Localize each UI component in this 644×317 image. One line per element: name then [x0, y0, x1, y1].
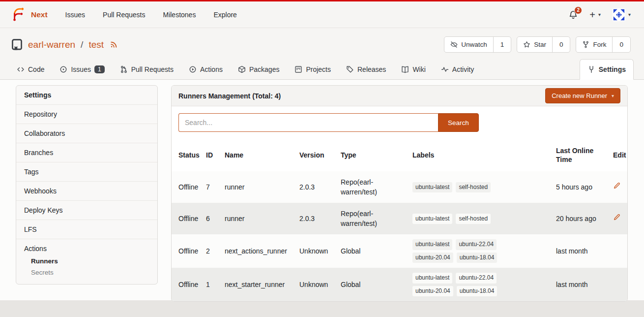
runner-label-badge: ubuntu-latest	[412, 239, 452, 250]
fork-label: Fork	[593, 41, 606, 48]
runner-status: Offline	[172, 203, 202, 234]
chevron-down-icon: ▾	[628, 12, 631, 17]
runner-label-badge: ubuntu-22.04	[456, 273, 497, 283]
nav-item-pull-requests[interactable]: Pull Requests	[103, 11, 145, 19]
sidebar-item-branches[interactable]: Branches	[16, 143, 157, 162]
sidebar-subitem-secrets[interactable]: Secrets	[31, 267, 149, 278]
sidebar-item-actions[interactable]: Actions	[24, 245, 149, 253]
sidebar-item-tags[interactable]: Tags	[16, 162, 157, 181]
repo-owner-link[interactable]: earl-warren	[28, 39, 75, 50]
sidebar-item-webhooks[interactable]: Webhooks	[16, 181, 157, 200]
notifications-button[interactable]: 2	[569, 10, 578, 19]
sidebar-item-deploy-keys[interactable]: Deploy Keys	[16, 200, 157, 220]
table-body: Offline 7 runner 2.0.3 Repo(earl-warren/…	[172, 171, 628, 301]
tab-count-badge: 1	[94, 65, 105, 73]
tab-releases[interactable]: Releases	[345, 59, 387, 79]
table-row: Offline 2 next_actions_runner Unknown Gl…	[172, 234, 628, 268]
runners-panel: Runners Management (Total: 4) Create new…	[171, 85, 628, 302]
tab-label-actions: Actions	[200, 65, 223, 73]
column-header-version: Version	[295, 139, 337, 171]
eye-slash-icon	[450, 41, 458, 48]
navbar-links: IssuesPull RequestsMilestonesExplore	[65, 11, 237, 19]
runner-id: 1	[202, 268, 221, 301]
project-icon	[294, 65, 302, 73]
runner-type: Repo(earl-warren/test)	[337, 203, 409, 234]
tab-label-pull-requests: Pull Requests	[131, 65, 174, 73]
code-icon	[17, 65, 25, 73]
table-row: Offline 7 runner 2.0.3 Repo(earl-warren/…	[172, 171, 628, 203]
edit-runner-button[interactable]	[613, 214, 620, 221]
star-button[interactable]: Star	[517, 37, 552, 52]
tab-wiki[interactable]: Wiki	[400, 59, 426, 79]
book-icon	[401, 65, 409, 73]
runner-label-badge: self-hosted	[456, 182, 491, 192]
tab-packages[interactable]: Packages	[237, 59, 280, 79]
search-input[interactable]	[178, 113, 438, 132]
fork-count[interactable]: 0	[612, 37, 630, 52]
search-row: Search	[172, 106, 627, 139]
star-button-group: Star 0	[517, 36, 570, 53]
runner-type: Global	[337, 234, 409, 268]
tab-pull-requests[interactable]: Pull Requests	[119, 59, 175, 79]
chevron-down-icon: ▾	[612, 94, 614, 98]
runner-labels: ubuntu-latestubuntu-22.04ubuntu-20.04ubu…	[412, 273, 517, 296]
create-runner-label: Create new Runner	[552, 92, 607, 99]
tools-icon	[587, 65, 595, 73]
fork-icon	[582, 41, 589, 48]
fork-button[interactable]: Fork	[576, 37, 612, 52]
table-row: Offline 1 next_starter_runner Unknown Gl…	[172, 268, 628, 301]
repo-header: earl-warren / test Unwatch 1 Star 0 Fork…	[0, 28, 644, 59]
sidebar-subitem-runners[interactable]: Runners	[31, 255, 149, 267]
unwatch-button[interactable]: Unwatch	[444, 37, 493, 52]
tab-code[interactable]: Code	[16, 59, 45, 79]
tab-issues[interactable]: Issues 1	[59, 59, 105, 79]
tab-label-code: Code	[28, 65, 44, 73]
column-header-id: ID	[202, 139, 221, 171]
avatar	[613, 8, 625, 21]
runner-label-badge: ubuntu-latest	[412, 214, 452, 224]
search-button[interactable]: Search	[438, 113, 479, 132]
runners-table: StatusIDNameVersionTypeLabelsLast Online…	[172, 139, 628, 301]
create-menu-button[interactable]: + ▾	[589, 10, 601, 20]
runner-label-badge: ubuntu-22.04	[456, 239, 497, 250]
nav-item-issues[interactable]: Issues	[65, 11, 85, 19]
runner-name: next_starter_runner	[221, 268, 295, 301]
nav-item-milestones[interactable]: Milestones	[163, 11, 196, 19]
sidebar-item-repository[interactable]: Repository	[16, 104, 157, 124]
tab-settings[interactable]: Settings	[580, 59, 634, 80]
runner-labels: ubuntu-latestself-hosted	[412, 214, 517, 224]
repo-name-link[interactable]: test	[88, 39, 104, 50]
star-icon	[523, 41, 530, 48]
footer-band	[0, 300, 644, 316]
runner-label-badge: ubuntu-18.04	[457, 286, 498, 296]
user-menu-button[interactable]: ▾	[613, 8, 631, 21]
rss-icon[interactable]	[110, 40, 118, 49]
tab-actions[interactable]: Actions	[188, 59, 224, 79]
star-count[interactable]: 0	[552, 37, 570, 52]
pulse-icon	[441, 65, 449, 73]
forgejo-logo-icon	[11, 7, 26, 22]
plus-icon: +	[589, 10, 595, 20]
runner-label-badge: ubuntu-latest	[412, 273, 452, 283]
tab-activity[interactable]: Activity	[440, 59, 475, 79]
navbar: Next IssuesPull RequestsMilestonesExplor…	[0, 1, 644, 28]
unwatch-label: Unwatch	[461, 41, 487, 48]
star-label: Star	[534, 41, 546, 48]
nav-item-explore[interactable]: Explore	[213, 11, 236, 19]
runner-id: 6	[202, 203, 221, 234]
create-runner-button[interactable]: Create new Runner ▾	[545, 88, 620, 103]
tab-projects[interactable]: Projects	[293, 59, 332, 79]
unwatch-count[interactable]: 1	[493, 37, 511, 52]
panel-header: Runners Management (Total: 4) Create new…	[172, 86, 627, 106]
home-brand-link[interactable]: Next	[11, 7, 48, 22]
tabbar: Code Issues 1 Pull Requests Actions Pack…	[0, 59, 644, 80]
sidebar-item-lfs[interactable]: LFS	[16, 220, 157, 239]
runner-status: Offline	[172, 171, 202, 203]
sidebar-item-collaborators[interactable]: Collaborators	[16, 124, 157, 143]
tab-label-wiki: Wiki	[412, 65, 425, 73]
runner-id: 7	[202, 171, 221, 203]
runner-status: Offline	[172, 234, 202, 268]
runner-type: Global	[337, 268, 409, 301]
edit-runner-button[interactable]	[613, 182, 620, 190]
runner-name: runner	[221, 203, 295, 234]
